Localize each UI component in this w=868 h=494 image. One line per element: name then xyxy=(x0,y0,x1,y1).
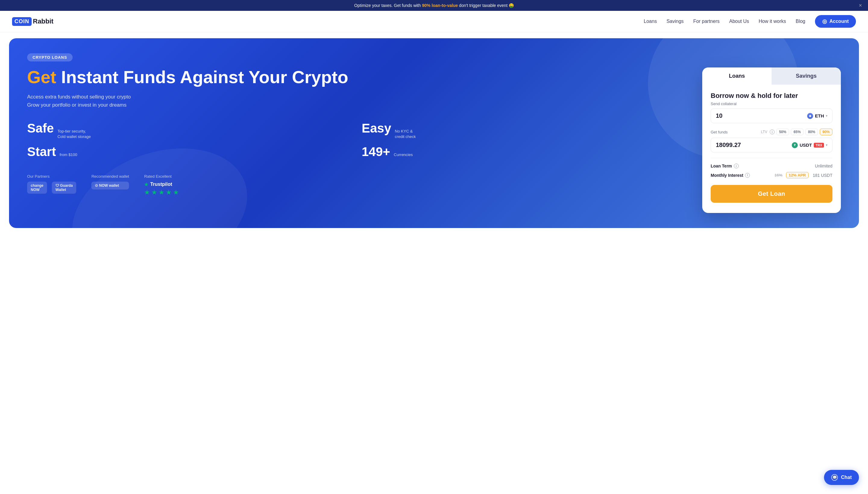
hero-title-rest: Instant Funds Against Your Crypto xyxy=(56,67,348,87)
tab-loans[interactable]: Loans xyxy=(702,68,772,84)
card-tabs: Loans Savings xyxy=(702,68,841,84)
nav-for-partners[interactable]: For partners xyxy=(693,19,719,24)
feature-safe-label: Safe xyxy=(27,121,54,136)
hero-subtitle2: Grow your portfolio or invest in your dr… xyxy=(27,102,127,108)
nav-blog[interactable]: Blog xyxy=(796,19,805,24)
feature-currencies-desc: Currencies xyxy=(394,152,413,157)
feature-easy-label: Easy xyxy=(362,121,391,136)
collateral-currency-label: ETH xyxy=(815,113,824,118)
banner-text-after: don't trigger taxable event 🤑 xyxy=(458,3,514,8)
get-loan-button[interactable]: Get Loan xyxy=(711,185,832,203)
get-funds-row: Get funds LTV i 50% 65% 80% 90% xyxy=(711,129,832,135)
currency-chevron-icon: ▾ xyxy=(826,114,827,117)
feature-easy-desc: No KYC &credit check xyxy=(395,129,415,139)
feature-safe: Safe Top-tier security,Cold wallet stora… xyxy=(27,121,350,139)
trustpilot-star-icon: ★ xyxy=(144,182,148,187)
banner-text: Optimize your taxes. Get funds with 90% … xyxy=(354,3,514,8)
header: COIN Rabbit Loans Savings For partners A… xyxy=(0,11,868,32)
star-5: ★ xyxy=(173,189,179,196)
logo[interactable]: COIN Rabbit xyxy=(12,17,53,26)
ltv-80[interactable]: 80% xyxy=(805,129,818,135)
nav-savings[interactable]: Savings xyxy=(666,19,684,24)
feature-currencies-count: 149+ xyxy=(362,145,390,159)
partners-label: Our Partners xyxy=(27,174,76,178)
logo-coin: COIN xyxy=(12,17,32,26)
interest-new-apr: 12% APR xyxy=(786,172,809,178)
partner-changenow: changeNOW xyxy=(27,182,47,194)
banner-highlight: 90% loan-to-value xyxy=(422,3,458,8)
banner-close-button[interactable]: × xyxy=(858,2,862,9)
funds-amount-value: 18099.27 xyxy=(716,141,792,149)
hero-left: Get Instant Funds Against Your Crypto Ac… xyxy=(27,68,684,196)
loan-term-row: Loan Term i Unlimited xyxy=(711,164,832,168)
partner-guarda: 🛡 GuardaWallet xyxy=(52,182,76,194)
loan-term-info-icon[interactable]: i xyxy=(734,164,739,168)
loan-term-label: Loan Term i xyxy=(711,164,739,168)
nav-about-us[interactable]: About Us xyxy=(729,19,749,24)
features-grid: Safe Top-tier security,Cold wallet stora… xyxy=(27,121,684,159)
hero-title: Get Instant Funds Against Your Crypto xyxy=(27,68,684,87)
star-1: ★ xyxy=(144,189,150,196)
hero-title-get: Get xyxy=(27,67,56,87)
nav-loans[interactable]: Loans xyxy=(644,19,657,24)
card-title: Borrow now & hold for later xyxy=(711,92,832,100)
star-4: ★ xyxy=(166,189,172,196)
trustpilot-section: Rated Excellent ★ Trustpilot ★ ★ ★ ★ ★ xyxy=(144,174,179,196)
feature-currencies: 149+ Currencies xyxy=(362,145,684,159)
loan-card: Loans Savings Borrow now & hold for late… xyxy=(702,68,841,213)
eth-icon: ◆ xyxy=(807,113,813,119)
monthly-interest-row: Monthly Interest i 16% 12% APR 181 USDT xyxy=(711,172,832,178)
funds-input-row: 18099.27 ₮ USDT TRX ▾ xyxy=(711,138,832,152)
hero-section: CRYPTO LOANS Get Instant Funds Against Y… xyxy=(9,38,859,228)
hero-subtitle: Access extra funds without selling your … xyxy=(27,93,684,109)
interest-info-icon[interactable]: i xyxy=(745,173,750,178)
wallet-label: Recommended wallet xyxy=(91,174,129,178)
recommended-wallet: Recommended wallet ⊙ NOW wallet xyxy=(91,174,129,189)
interest-usdt-value: 181 USDT xyxy=(813,173,832,178)
ltv-label: LTV xyxy=(761,130,767,134)
crypto-loans-badge: CRYPTO LOANS xyxy=(27,53,73,61)
account-button[interactable]: ◎ Account xyxy=(815,15,856,28)
trx-badge: TRX xyxy=(814,143,824,148)
account-icon: ◎ xyxy=(822,18,827,25)
hero-subtitle1: Access extra funds without selling your … xyxy=(27,94,131,100)
funds-currency-selector[interactable]: ₮ USDT TRX ▾ xyxy=(792,142,827,148)
rated-label: Rated Excellent xyxy=(144,174,179,178)
logo-rabbit: Rabbit xyxy=(33,17,53,25)
tab-savings[interactable]: Savings xyxy=(772,68,841,84)
account-label: Account xyxy=(829,19,849,24)
usdt-icon: ₮ xyxy=(792,142,798,148)
ltv-info-icon[interactable]: i xyxy=(770,130,775,134)
divider xyxy=(711,158,832,158)
star-rating: ★ ★ ★ ★ ★ xyxy=(144,189,179,196)
funds-currency-chevron-icon: ▾ xyxy=(826,144,827,147)
nav-how-it-works[interactable]: How it works xyxy=(759,19,786,24)
ltv-90[interactable]: 90% xyxy=(820,129,832,135)
feature-safe-desc: Top-tier security,Cold wallet storage xyxy=(58,129,91,139)
interest-old-pct: 16% xyxy=(775,173,782,177)
collateral-amount-input[interactable] xyxy=(716,112,807,119)
send-collateral-label: Send collateral xyxy=(711,101,832,106)
card-body: Borrow now & hold for later Send collate… xyxy=(702,84,841,210)
collateral-input-row: ◆ ETH ▾ xyxy=(711,109,832,123)
ltv-50[interactable]: 50% xyxy=(776,129,789,135)
our-partners: Our Partners changeNOW 🛡 GuardaWallet xyxy=(27,174,76,194)
banner-text-before: Optimize your taxes. Get funds with xyxy=(354,3,422,8)
top-banner: Optimize your taxes. Get funds with 90% … xyxy=(0,0,868,11)
feature-easy: Easy No KYC &credit check xyxy=(362,121,684,139)
trustpilot-name: Trustpilot xyxy=(150,182,172,187)
partners-section: Our Partners changeNOW 🛡 GuardaWallet Re… xyxy=(27,174,684,196)
funds-currency-label: USDT xyxy=(799,142,812,148)
loan-term-value: Unlimited xyxy=(815,164,832,168)
trustpilot-brand: ★ Trustpilot xyxy=(144,182,179,187)
hero-content: Get Instant Funds Against Your Crypto Ac… xyxy=(27,68,841,213)
monthly-interest-label: Monthly Interest i xyxy=(711,173,750,178)
collateral-currency-selector[interactable]: ◆ ETH ▾ xyxy=(807,113,827,119)
star-2: ★ xyxy=(151,189,157,196)
ltv-65[interactable]: 65% xyxy=(791,129,804,135)
partner-logos: changeNOW 🛡 GuardaWallet xyxy=(27,182,76,194)
feature-start: Start from $100 xyxy=(27,145,350,159)
star-3: ★ xyxy=(159,189,165,196)
ltv-options: LTV i 50% 65% 80% 90% xyxy=(761,129,832,135)
now-wallet-logo: ⊙ NOW wallet xyxy=(91,182,129,189)
